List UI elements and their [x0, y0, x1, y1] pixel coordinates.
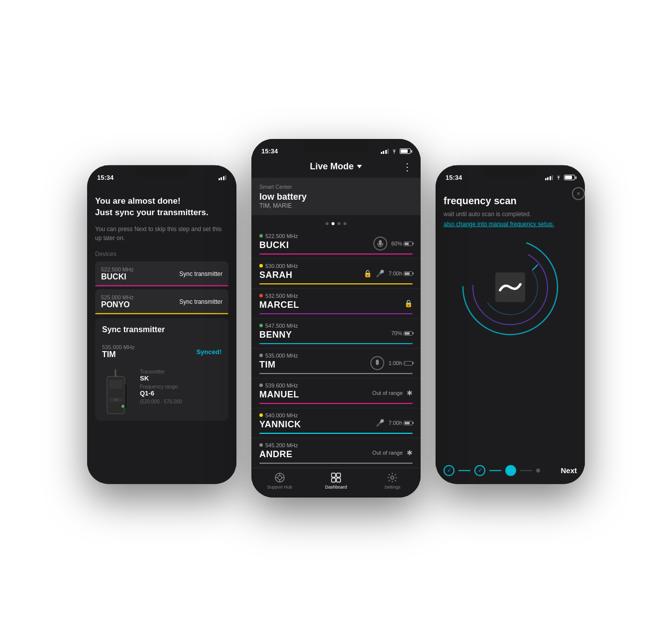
- left-phone-screen: 15:34 You are almost done! Just sync you…: [87, 165, 236, 484]
- transmitter-model: SK: [140, 375, 182, 382]
- device-item-manuel[interactable]: 539.600 MHz MANUEL Out of range ✱: [251, 379, 421, 408]
- bucki-sync-btn[interactable]: Sync transmitter: [179, 270, 223, 277]
- center-notch: [304, 139, 368, 153]
- manuel-icons: Out of range ✱: [372, 389, 413, 397]
- scene: 15:34 You are almost done! Just sync you…: [62, 44, 610, 592]
- device-item-andre[interactable]: 545.200 MHz ANDRE Out of range ✱: [251, 438, 421, 468]
- right-battery-icon: [564, 175, 575, 180]
- center-nav-bar: Live Mode ⋮: [251, 161, 421, 178]
- device-item-sarah[interactable]: 530.000 MHz SARAH 🔒 🎤 7:00h: [251, 259, 421, 289]
- bucki-name: BUCKI: [101, 272, 133, 281]
- tab-dashboard-label: Dashboard: [325, 485, 347, 490]
- scan-visual: [455, 232, 565, 342]
- battery-icon: [400, 148, 411, 154]
- setup-title: You are almost done! Just sync your tran…: [95, 195, 228, 219]
- dot-2: [332, 222, 335, 225]
- svg-point-2: [121, 405, 124, 408]
- pagination-dots: [251, 219, 421, 229]
- next-button[interactable]: Next: [560, 466, 577, 475]
- bluetooth-icon: ✱: [407, 389, 413, 397]
- svg-rect-17: [332, 478, 336, 482]
- ponyo-name: PONYO: [101, 300, 133, 309]
- tab-settings[interactable]: Settings: [377, 472, 407, 490]
- sync-item-ponyo: 525.000 MHz PONYO Sync transmitter: [95, 289, 228, 314]
- marcel-freq: 532.500 MHz: [259, 293, 413, 299]
- device-item-tim[interactable]: 535.000 MHz TIM 1:00h: [251, 349, 421, 379]
- bucki-battery: 60%: [391, 241, 413, 247]
- settings-icon: [387, 472, 398, 483]
- wizard-dots: [444, 465, 540, 476]
- dashboard-icon: [331, 472, 341, 483]
- wizard-step-2: [474, 465, 485, 476]
- left-notch: [134, 165, 189, 177]
- svg-point-19: [391, 476, 394, 479]
- svg-rect-1: [109, 380, 122, 389]
- right-notch: [483, 165, 538, 177]
- mute-x-icon: 🎤: [376, 269, 384, 277]
- device-item-yannick[interactable]: 540.000 MHz YANNICK 🎤 7:00h: [251, 408, 421, 438]
- device-list: 522.500 MHz BUCKI 60%: [251, 229, 421, 468]
- andre-out-of-range-label: Out of range: [372, 450, 403, 456]
- wizard-line-3: [520, 470, 532, 471]
- sync-transmitter-title: Sync transmitter: [102, 325, 222, 334]
- center-signal-icon: [381, 149, 389, 154]
- smart-center-sub: TIM, MARIE: [259, 202, 413, 209]
- left-screen-content: You are almost done! Just sync your tran…: [87, 187, 236, 484]
- benny-freq: 547.500 MHz: [259, 323, 413, 329]
- wizard-footer: Next: [436, 460, 585, 484]
- right-phone: 15:34: [436, 165, 585, 484]
- freq-scan-title: frequency scan: [444, 195, 559, 206]
- wifi-icon: [391, 149, 398, 154]
- freq-range-label: Frequency range:: [140, 384, 182, 389]
- setup-desc: You can press Next to skip this step and…: [95, 225, 228, 243]
- freq-scan-link[interactable]: also change into manual frequency setup.: [444, 220, 559, 227]
- device-item-marcel[interactable]: 532.500 MHz MARCEL 🔒: [251, 289, 421, 319]
- left-phone: 15:34 You are almost done! Just sync you…: [87, 165, 236, 484]
- device-item-bucki[interactable]: 522.500 MHz BUCKI 60%: [251, 229, 421, 259]
- dot-4: [343, 222, 346, 225]
- support-hub-icon: [274, 472, 285, 483]
- tab-dashboard[interactable]: Dashboard: [321, 472, 351, 490]
- close-button[interactable]: ×: [572, 187, 585, 200]
- marcel-name: MARCEL: [259, 300, 413, 310]
- left-status-icons: [219, 175, 227, 180]
- left-status-time: 15:34: [97, 174, 113, 181]
- lock-icon-2: 🔒: [404, 299, 413, 307]
- dot-3: [337, 222, 340, 225]
- smart-center-banner: Smart Center low battery TIM, MARIE: [251, 178, 421, 215]
- center-status-icons: [381, 148, 411, 154]
- marcel-icons: 🔒: [404, 299, 413, 307]
- right-status-time: 15:34: [446, 174, 462, 181]
- tab-support-hub[interactable]: Support Hub: [265, 472, 295, 490]
- svg-point-4: [114, 369, 116, 371]
- center-status-time: 15:34: [261, 147, 278, 155]
- bucki-icons: 60%: [373, 237, 413, 251]
- tim-freq: 535.000 MHz: [102, 344, 134, 350]
- sarah-freq: 530.000 MHz: [259, 263, 413, 269]
- tim-name: TIM: [102, 350, 134, 359]
- more-options-icon[interactable]: ⋮: [402, 161, 413, 173]
- yannick-mute-icon: 🎤: [376, 419, 384, 427]
- sarah-battery: 7:00h: [388, 270, 413, 276]
- wizard-step-4: [536, 468, 540, 472]
- svg-rect-5: [124, 384, 127, 409]
- wizard-line-2: [489, 470, 501, 471]
- right-screen-content: × frequency scan wait until auto scan is…: [436, 187, 585, 460]
- right-phone-screen: 15:34: [436, 165, 585, 484]
- tim-synced-status: Synced!: [196, 348, 222, 355]
- sarah-icons: 🔒 🎤 7:00h: [363, 269, 413, 277]
- wizard-line-1: [458, 470, 470, 471]
- dropdown-arrow-icon[interactable]: [357, 165, 362, 168]
- benny-name: BENNY: [259, 330, 413, 340]
- transmitter-details: Transmitter SK Frequency range: Q1-6 (52…: [140, 369, 182, 404]
- mute-icon: [373, 237, 387, 251]
- nav-title: Live Mode: [310, 161, 361, 172]
- ponyo-freq: 525.000 MHz: [101, 294, 133, 300]
- andre-freq: 545.200 MHz: [259, 442, 413, 448]
- tab-settings-label: Settings: [384, 485, 401, 490]
- transmitter-image: [102, 369, 132, 414]
- signal-icon: [219, 175, 227, 180]
- devices-label: Devices: [95, 251, 228, 257]
- device-item-benny[interactable]: 547.500 MHz BENNY 70%: [251, 319, 421, 349]
- ponyo-sync-btn[interactable]: Sync transmitter: [179, 298, 223, 305]
